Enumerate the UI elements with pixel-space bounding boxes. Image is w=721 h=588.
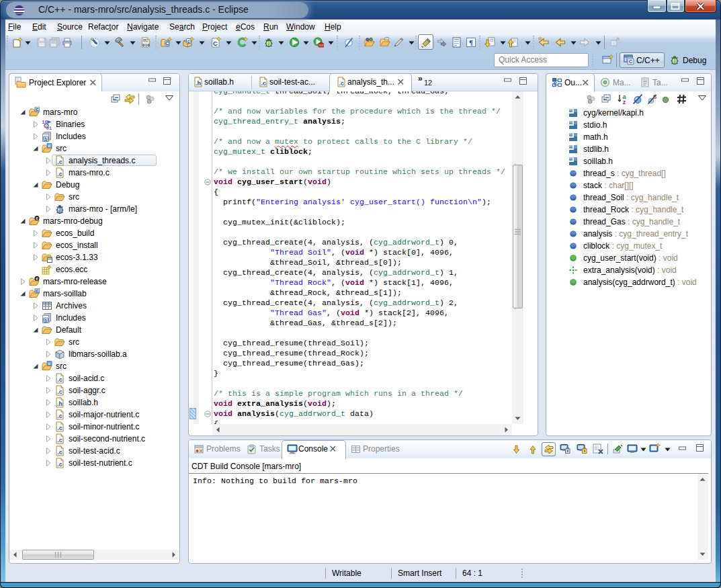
svg-text:e: e [36,216,38,220]
svg-text:h: h [44,318,47,323]
svg-text:e: e [36,276,38,281]
svg-text:.c: .c [57,388,62,395]
svg-text:.c: .c [57,437,62,444]
svg-text:.c: .c [57,171,62,177]
svg-text:.c: .c [57,425,62,431]
svg-text:z: z [623,99,626,105]
svg-text:C: C [165,40,169,46]
svg-text:.c: .c [57,159,62,165]
svg-text:.c: .c [57,413,62,419]
svg-text:C: C [213,40,218,47]
svg-text:C: C [36,289,39,293]
svg-text:h: h [44,136,47,141]
svg-text:.c: .c [261,80,266,87]
svg-text:C: C [629,58,633,65]
svg-text:.h: .h [57,401,62,407]
svg-text:.h: .h [196,80,201,87]
svg-text:.c: .c [57,449,62,456]
svg-text:.c: .c [57,376,62,383]
svg-text:¶: ¶ [469,38,473,46]
svg-text:010: 010 [142,42,150,48]
svg-text:c: c [187,39,190,44]
svg-text:.c: .c [57,461,62,468]
svg-text:C: C [36,108,39,112]
svg-text:.c: .c [339,80,344,87]
